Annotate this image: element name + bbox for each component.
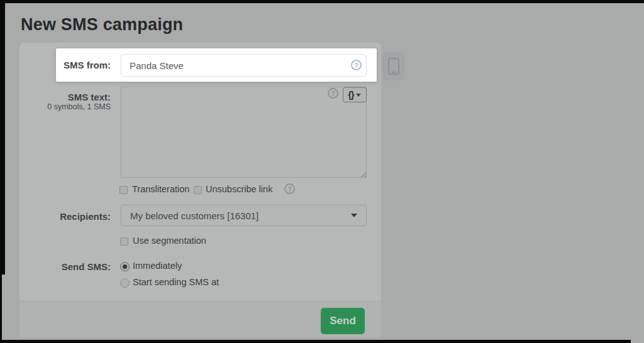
sms-text-help-icon[interactable]: ? — [328, 88, 338, 99]
sms-from-label: SMS from: — [19, 60, 111, 70]
use-segmentation-checkbox[interactable] — [120, 237, 128, 246]
unsubscribe-help-icon[interactable]: ? — [284, 183, 295, 194]
variables-icon: {} — [348, 90, 354, 99]
sms-text-textarea[interactable] — [121, 86, 367, 178]
window-frame-left-thin — [0, 275, 2, 343]
window-frame-bottom — [0, 340, 631, 343]
transliteration-checkbox[interactable] — [119, 186, 128, 194]
radio-schedule[interactable] — [120, 278, 130, 288]
caret-down-icon — [351, 214, 357, 217]
sms-from-help-icon[interactable]: ? — [351, 60, 362, 70]
sms-from-input[interactable] — [121, 54, 367, 77]
sms-counter: 0 symbols, 1 SMS — [19, 102, 111, 111]
radio-selected-dot — [123, 264, 127, 269]
radio-immediately-label: Immediately — [133, 261, 182, 271]
phone-preview-button[interactable] — [382, 52, 404, 80]
recipients-selected-value: My beloved customers [16301] — [130, 210, 258, 221]
transliteration-label: Transliteration — [132, 184, 189, 194]
send-button[interactable]: Send — [321, 308, 365, 334]
window-frame-left — [0, 0, 5, 275]
radio-immediately[interactable] — [120, 262, 130, 271]
unsubscribe-label: Unsubscribe link — [206, 184, 272, 194]
use-segmentation-label: Use segmentation — [133, 236, 206, 246]
unsubscribe-checkbox[interactable] — [194, 186, 202, 194]
radio-schedule-label: Start sending SMS at — [133, 277, 219, 287]
recipients-label: Recipients: — [19, 211, 111, 222]
send-sms-label: Send SMS: — [19, 261, 111, 272]
recipients-select[interactable]: My beloved customers [16301] — [121, 205, 367, 226]
caret-down-icon — [356, 94, 361, 97]
sms-text-label: SMS text: — [19, 92, 111, 102]
sms-campaign-screen: New SMS campaign SMS from: ? SMS text: 0… — [0, 0, 644, 343]
window-frame-top — [0, 0, 644, 3]
page-title: New SMS campaign — [21, 15, 183, 35]
phone-home-bar — [391, 72, 396, 73]
phone-icon — [388, 58, 399, 75]
variables-button[interactable]: {} — [343, 87, 367, 102]
